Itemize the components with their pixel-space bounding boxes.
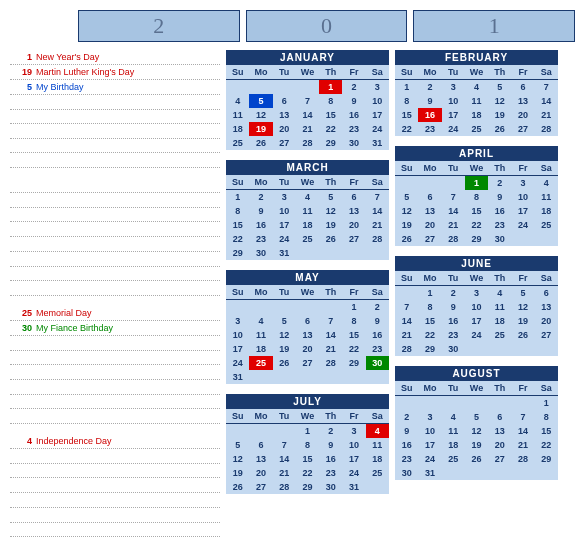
dow-row: SuMoTuWeThFrSa (226, 175, 389, 190)
day-cell: 12 (226, 452, 249, 466)
month-june: JUNESuMoTuWeThFrSa1234567891011121314151… (395, 256, 558, 356)
day-cell: 6 (535, 286, 558, 300)
month-title: FEBRUARY (395, 50, 558, 65)
day-cell: 20 (273, 122, 296, 136)
day-cell (488, 466, 511, 480)
day-cell (319, 300, 342, 314)
day-cell: 5 (395, 190, 418, 204)
events-column: 1New Year's Day19Martin Luther King's Da… (10, 50, 220, 540)
day-cell (442, 466, 465, 480)
day-cell: 26 (249, 136, 272, 150)
day-cell: 17 (342, 452, 365, 466)
blank-row (10, 95, 220, 110)
blank-row (10, 110, 220, 125)
day-cell: 3 (273, 190, 296, 204)
week-row: 31 (226, 370, 389, 384)
day-cell: 18 (488, 314, 511, 328)
day-cell: 30 (442, 342, 465, 356)
day-cell: 29 (465, 232, 488, 246)
day-cell: 24 (418, 452, 441, 466)
day-cell: 10 (226, 328, 249, 342)
day-cell: 31 (226, 370, 249, 384)
day-cell: 10 (366, 94, 389, 108)
day-cell: 8 (296, 438, 319, 452)
blank-row (10, 281, 220, 296)
day-cell: 12 (249, 108, 272, 122)
blank-row (10, 267, 220, 282)
day-cell: 11 (296, 204, 319, 218)
week-row: 567891011 (395, 190, 558, 204)
day-cell: 16 (342, 108, 365, 122)
day-cell: 6 (511, 80, 534, 94)
day-cell: 14 (296, 108, 319, 122)
dow-row: SuMoTuWeThFrSa (226, 285, 389, 300)
day-cell: 24 (342, 466, 365, 480)
dow-cell: Fr (511, 161, 534, 176)
day-cell: 26 (319, 232, 342, 246)
dow-cell: Mo (418, 271, 441, 286)
day-cell: 22 (296, 466, 319, 480)
day-cell (226, 424, 249, 438)
day-cell: 18 (442, 438, 465, 452)
day-cell: 9 (395, 424, 418, 438)
day-cell: 7 (296, 94, 319, 108)
day-cell: 7 (395, 300, 418, 314)
dow-cell: We (465, 65, 488, 80)
day-cell: 26 (465, 452, 488, 466)
dow-cell: Fr (342, 285, 365, 300)
week-row: 123 (226, 80, 389, 94)
dow-cell: Sa (535, 381, 558, 396)
event-row: 19Martin Luther King's Day (10, 65, 220, 80)
day-cell (366, 246, 389, 260)
month-title: AUGUST (395, 366, 558, 381)
dow-cell: Su (226, 285, 249, 300)
day-cell: 15 (395, 108, 418, 122)
day-cell: 1 (465, 176, 488, 190)
week-row: 123456 (395, 286, 558, 300)
dow-cell: Sa (535, 271, 558, 286)
blank-row (10, 351, 220, 366)
dow-cell: Mo (249, 285, 272, 300)
day-cell: 11 (535, 190, 558, 204)
day-cell: 23 (418, 122, 441, 136)
event-label: My Birthday (36, 80, 220, 94)
day-cell (226, 300, 249, 314)
day-cell: 4 (366, 424, 389, 438)
day-cell: 18 (535, 204, 558, 218)
day-cell: 3 (442, 80, 465, 94)
calendar-column-2: FEBRUARYSuMoTuWeThFrSa123456789101112131… (395, 50, 558, 540)
day-cell: 8 (395, 94, 418, 108)
day-cell: 13 (511, 94, 534, 108)
day-cell: 24 (465, 328, 488, 342)
day-cell: 21 (273, 466, 296, 480)
day-cell: 23 (442, 328, 465, 342)
day-cell: 1 (535, 396, 558, 410)
week-row: 18192021222324 (226, 122, 389, 136)
day-cell: 15 (418, 314, 441, 328)
day-cell: 27 (296, 356, 319, 370)
event-row: 1New Year's Day (10, 50, 220, 65)
month-april: APRILSuMoTuWeThFrSa123456789101112131415… (395, 146, 558, 246)
day-cell: 15 (535, 424, 558, 438)
day-cell: 22 (342, 342, 365, 356)
week-row: 9101112131415 (395, 424, 558, 438)
day-cell: 22 (535, 438, 558, 452)
day-cell: 23 (395, 452, 418, 466)
dow-row: SuMoTuWeThFrSa (226, 65, 389, 80)
dow-cell: Th (319, 175, 342, 190)
day-cell: 18 (249, 342, 272, 356)
day-cell: 24 (226, 356, 249, 370)
day-cell: 9 (488, 190, 511, 204)
year-row: 2 0 1 (78, 10, 575, 42)
day-cell: 24 (366, 122, 389, 136)
event-day: 5 (10, 80, 36, 94)
week-row: 567891011 (226, 438, 389, 452)
day-cell: 25 (296, 232, 319, 246)
day-cell: 4 (465, 80, 488, 94)
week-row: 17181920212223 (226, 342, 389, 356)
event-label: Martin Luther King's Day (36, 65, 220, 79)
day-cell: 8 (465, 190, 488, 204)
day-cell (511, 232, 534, 246)
day-cell: 10 (342, 438, 365, 452)
day-cell: 2 (395, 410, 418, 424)
